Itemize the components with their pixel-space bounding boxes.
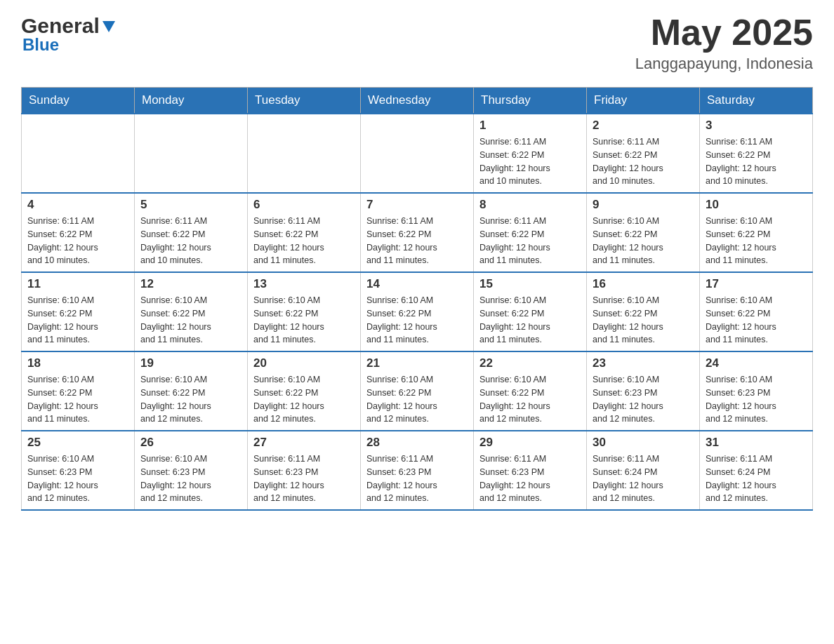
- calendar-cell: 2Sunrise: 6:11 AM Sunset: 6:22 PM Daylig…: [587, 114, 700, 193]
- day-number: 22: [479, 356, 581, 370]
- day-number: 10: [706, 198, 807, 212]
- calendar-cell: 29Sunrise: 6:11 AM Sunset: 6:23 PM Dayli…: [474, 431, 587, 510]
- day-number: 6: [253, 198, 355, 212]
- day-number: 23: [593, 356, 694, 370]
- day-info: Sunrise: 6:10 AM Sunset: 6:22 PM Dayligh…: [253, 373, 355, 426]
- day-info: Sunrise: 6:10 AM Sunset: 6:23 PM Dayligh…: [593, 373, 694, 426]
- column-header-monday: Monday: [135, 88, 248, 114]
- calendar-cell: 5Sunrise: 6:11 AM Sunset: 6:22 PM Daylig…: [135, 193, 248, 272]
- day-info: Sunrise: 6:11 AM Sunset: 6:23 PM Dayligh…: [366, 452, 468, 505]
- day-number: 4: [27, 198, 128, 212]
- day-number: 12: [140, 277, 241, 291]
- calendar-cell: 17Sunrise: 6:10 AM Sunset: 6:22 PM Dayli…: [700, 272, 813, 351]
- day-info: Sunrise: 6:11 AM Sunset: 6:22 PM Dayligh…: [479, 135, 581, 188]
- day-number: 25: [27, 436, 128, 450]
- day-info: Sunrise: 6:11 AM Sunset: 6:23 PM Dayligh…: [253, 452, 355, 505]
- calendar-cell: 26Sunrise: 6:10 AM Sunset: 6:23 PM Dayli…: [135, 431, 248, 510]
- calendar-week-row: 11Sunrise: 6:10 AM Sunset: 6:22 PM Dayli…: [22, 272, 813, 351]
- day-info: Sunrise: 6:11 AM Sunset: 6:22 PM Dayligh…: [140, 215, 241, 267]
- logo-triangle-icon: [101, 18, 117, 34]
- calendar-cell: 11Sunrise: 6:10 AM Sunset: 6:22 PM Dayli…: [22, 272, 135, 351]
- day-number: 13: [253, 277, 355, 291]
- calendar-cell: 23Sunrise: 6:10 AM Sunset: 6:23 PM Dayli…: [587, 351, 700, 431]
- day-info: Sunrise: 6:10 AM Sunset: 6:23 PM Dayligh…: [27, 452, 128, 505]
- day-info: Sunrise: 6:10 AM Sunset: 6:22 PM Dayligh…: [140, 373, 241, 426]
- day-number: 11: [27, 277, 128, 291]
- day-info: Sunrise: 6:10 AM Sunset: 6:22 PM Dayligh…: [479, 294, 581, 347]
- day-info: Sunrise: 6:10 AM Sunset: 6:22 PM Dayligh…: [140, 294, 241, 347]
- day-info: Sunrise: 6:11 AM Sunset: 6:24 PM Dayligh…: [706, 452, 807, 505]
- calendar-cell: 31Sunrise: 6:11 AM Sunset: 6:24 PM Dayli…: [700, 431, 813, 510]
- day-number: 15: [479, 277, 581, 291]
- column-header-wednesday: Wednesday: [361, 88, 474, 114]
- column-header-sunday: Sunday: [22, 88, 135, 114]
- calendar-week-row: 1Sunrise: 6:11 AM Sunset: 6:22 PM Daylig…: [22, 114, 813, 193]
- calendar-week-row: 4Sunrise: 6:11 AM Sunset: 6:22 PM Daylig…: [22, 193, 813, 272]
- day-info: Sunrise: 6:10 AM Sunset: 6:22 PM Dayligh…: [27, 373, 128, 426]
- day-info: Sunrise: 6:10 AM Sunset: 6:23 PM Dayligh…: [706, 373, 807, 426]
- day-number: 1: [479, 119, 581, 133]
- page-header: General Blue May 2025 Langgapayung, Indo…: [21, 14, 813, 73]
- day-number: 19: [140, 356, 241, 370]
- day-info: Sunrise: 6:11 AM Sunset: 6:22 PM Dayligh…: [366, 215, 468, 267]
- day-info: Sunrise: 6:10 AM Sunset: 6:22 PM Dayligh…: [366, 294, 468, 347]
- calendar-cell: 22Sunrise: 6:10 AM Sunset: 6:22 PM Dayli…: [474, 351, 587, 431]
- calendar-cell: 9Sunrise: 6:10 AM Sunset: 6:22 PM Daylig…: [587, 193, 700, 272]
- day-number: 27: [253, 436, 355, 450]
- column-header-tuesday: Tuesday: [248, 88, 361, 114]
- calendar-cell: 14Sunrise: 6:10 AM Sunset: 6:22 PM Dayli…: [361, 272, 474, 351]
- column-header-friday: Friday: [587, 88, 700, 114]
- day-number: 7: [366, 198, 468, 212]
- calendar-cell: 6Sunrise: 6:11 AM Sunset: 6:22 PM Daylig…: [248, 193, 361, 272]
- day-number: 8: [479, 198, 581, 212]
- day-info: Sunrise: 6:11 AM Sunset: 6:22 PM Dayligh…: [479, 215, 581, 267]
- day-number: 14: [366, 277, 468, 291]
- day-number: 21: [366, 356, 468, 370]
- calendar-cell: 28Sunrise: 6:11 AM Sunset: 6:23 PM Dayli…: [361, 431, 474, 510]
- calendar-cell: 13Sunrise: 6:10 AM Sunset: 6:22 PM Dayli…: [248, 272, 361, 351]
- calendar-cell: 4Sunrise: 6:11 AM Sunset: 6:22 PM Daylig…: [22, 193, 135, 272]
- day-info: Sunrise: 6:10 AM Sunset: 6:22 PM Dayligh…: [27, 294, 128, 347]
- logo-blue-text: Blue: [22, 35, 59, 55]
- day-number: 3: [706, 119, 807, 133]
- day-number: 17: [706, 277, 807, 291]
- calendar-cell: [135, 114, 248, 193]
- calendar-cell: 21Sunrise: 6:10 AM Sunset: 6:22 PM Dayli…: [361, 351, 474, 431]
- calendar-week-row: 18Sunrise: 6:10 AM Sunset: 6:22 PM Dayli…: [22, 351, 813, 431]
- day-number: 31: [706, 436, 807, 450]
- day-number: 20: [253, 356, 355, 370]
- day-info: Sunrise: 6:10 AM Sunset: 6:22 PM Dayligh…: [366, 373, 468, 426]
- day-info: Sunrise: 6:10 AM Sunset: 6:22 PM Dayligh…: [593, 215, 694, 267]
- calendar-cell: 15Sunrise: 6:10 AM Sunset: 6:22 PM Dayli…: [474, 272, 587, 351]
- column-header-saturday: Saturday: [700, 88, 813, 114]
- calendar-cell: 27Sunrise: 6:11 AM Sunset: 6:23 PM Dayli…: [248, 431, 361, 510]
- calendar-cell: 10Sunrise: 6:10 AM Sunset: 6:22 PM Dayli…: [700, 193, 813, 272]
- column-header-thursday: Thursday: [474, 88, 587, 114]
- day-info: Sunrise: 6:10 AM Sunset: 6:22 PM Dayligh…: [706, 294, 807, 347]
- logo-general-text: General: [21, 14, 100, 38]
- calendar-cell: [22, 114, 135, 193]
- day-number: 9: [593, 198, 694, 212]
- month-title: May 2025: [635, 14, 813, 51]
- calendar-cell: 1Sunrise: 6:11 AM Sunset: 6:22 PM Daylig…: [474, 114, 587, 193]
- logo: General Blue: [21, 14, 117, 55]
- day-info: Sunrise: 6:11 AM Sunset: 6:22 PM Dayligh…: [706, 135, 807, 188]
- calendar-cell: 24Sunrise: 6:10 AM Sunset: 6:23 PM Dayli…: [700, 351, 813, 431]
- title-block: May 2025 Langgapayung, Indonesia: [635, 14, 813, 73]
- day-number: 18: [27, 356, 128, 370]
- day-number: 2: [593, 119, 694, 133]
- calendar-cell: 16Sunrise: 6:10 AM Sunset: 6:22 PM Dayli…: [587, 272, 700, 351]
- day-info: Sunrise: 6:10 AM Sunset: 6:22 PM Dayligh…: [593, 294, 694, 347]
- day-info: Sunrise: 6:11 AM Sunset: 6:22 PM Dayligh…: [593, 135, 694, 188]
- day-number: 24: [706, 356, 807, 370]
- calendar-table: SundayMondayTuesdayWednesdayThursdayFrid…: [21, 87, 813, 511]
- calendar-cell: 19Sunrise: 6:10 AM Sunset: 6:22 PM Dayli…: [135, 351, 248, 431]
- day-info: Sunrise: 6:10 AM Sunset: 6:22 PM Dayligh…: [253, 294, 355, 347]
- calendar-cell: 8Sunrise: 6:11 AM Sunset: 6:22 PM Daylig…: [474, 193, 587, 272]
- calendar-cell: 20Sunrise: 6:10 AM Sunset: 6:22 PM Dayli…: [248, 351, 361, 431]
- day-number: 30: [593, 436, 694, 450]
- day-number: 29: [479, 436, 581, 450]
- day-number: 26: [140, 436, 241, 450]
- day-info: Sunrise: 6:11 AM Sunset: 6:23 PM Dayligh…: [479, 452, 581, 505]
- calendar-cell: 18Sunrise: 6:10 AM Sunset: 6:22 PM Dayli…: [22, 351, 135, 431]
